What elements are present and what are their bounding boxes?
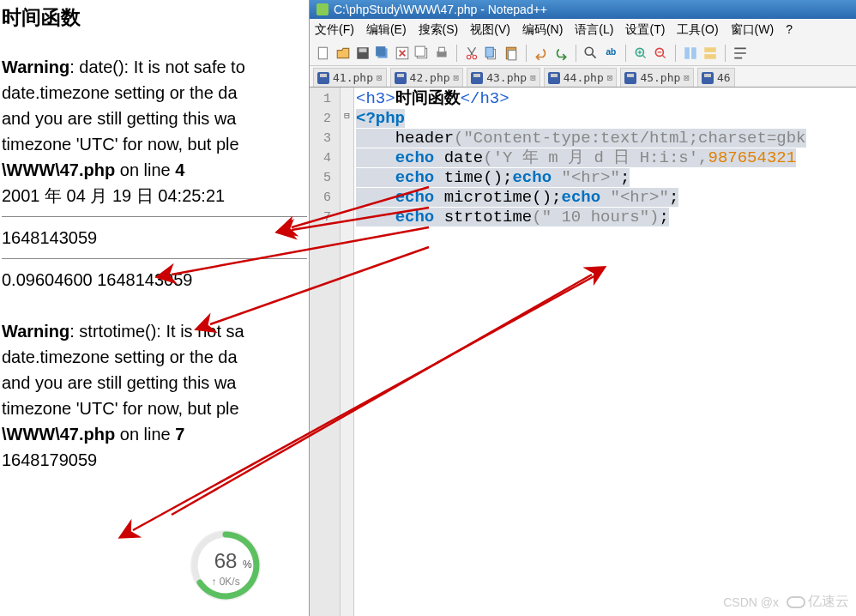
tab-41[interactable]: 41.php⊠ xyxy=(313,68,387,87)
menu-help[interactable]: ? xyxy=(786,22,793,38)
menu-settings[interactable]: 设置(T) xyxy=(625,22,665,38)
svg-text:↑ 0K/s: ↑ 0K/s xyxy=(211,576,239,588)
find-icon[interactable] xyxy=(582,45,600,62)
warning-line: timezone 'UTC' for now, but ple xyxy=(2,132,307,156)
redo-icon[interactable] xyxy=(552,45,570,62)
tab-46[interactable]: 46 xyxy=(697,68,735,87)
page-title: 时间函数 xyxy=(2,3,307,31)
svg-rect-0 xyxy=(318,47,327,59)
replace-icon[interactable]: ab xyxy=(602,45,619,62)
tab-close-icon[interactable]: ⊠ xyxy=(684,72,690,83)
svg-rect-7 xyxy=(415,46,425,56)
menu-language[interactable]: 语言(L) xyxy=(575,22,613,38)
menu-file[interactable]: 文件(F) xyxy=(315,22,354,38)
menu-search[interactable]: 搜索(S) xyxy=(419,22,459,38)
menu-window[interactable]: 窗口(W) xyxy=(731,22,775,38)
notepadpp-window: C:\phpStudy\WWW\47.php - Notepad++ 文件(F)… xyxy=(309,0,856,616)
svg-point-16 xyxy=(585,47,593,55)
speed-meter-widget: 68 % ↑ 0K/s xyxy=(178,525,273,611)
strtotime-output: 1648179059 xyxy=(2,448,307,472)
close-icon[interactable] xyxy=(394,45,411,62)
disk-icon xyxy=(317,72,329,84)
paste-icon[interactable] xyxy=(503,45,520,62)
warning-line: and you are still getting this wa xyxy=(2,106,307,130)
menu-bar: 文件(F) 编辑(E) 搜索(S) 视图(V) 编码(N) 语言(L) 设置(T… xyxy=(310,19,856,41)
line-number-gutter: 1234567 xyxy=(310,88,341,616)
menu-tools[interactable]: 工具(O) xyxy=(677,22,718,38)
sync-v-icon[interactable] xyxy=(682,45,699,62)
tab-close-icon[interactable]: ⊠ xyxy=(454,72,460,83)
window-title-bar[interactable]: C:\phpStudy\WWW\47.php - Notepad++ xyxy=(310,0,856,19)
app-icon xyxy=(316,3,329,15)
date-output: 2001 年 04 月 19 日 04:25:21 xyxy=(2,184,307,208)
warning-label: Warning xyxy=(2,322,69,341)
zoom-in-icon[interactable] xyxy=(632,45,649,62)
menu-view[interactable]: 视图(V) xyxy=(470,22,510,38)
tab-close-icon[interactable]: ⊠ xyxy=(530,72,536,83)
warning-label: Warning xyxy=(2,57,69,76)
time-output: 1648143059 xyxy=(2,226,307,250)
svg-rect-4 xyxy=(376,46,385,56)
svg-point-11 xyxy=(473,55,477,59)
svg-rect-21 xyxy=(691,47,696,59)
browser-output-pane: 时间函数 Warning: date(): It is not safe to … xyxy=(0,0,309,616)
toolbar: ab xyxy=(310,41,856,66)
menu-encoding[interactable]: 编码(N) xyxy=(522,22,563,38)
disk-icon xyxy=(702,72,714,84)
svg-rect-15 xyxy=(509,51,516,60)
cloud-icon xyxy=(787,596,805,608)
svg-text:ab: ab xyxy=(606,47,616,57)
tab-close-icon[interactable]: ⊠ xyxy=(607,72,613,83)
svg-rect-22 xyxy=(704,47,716,52)
code-content[interactable]: <h3>时间函数</h3> <?php header("Content-type… xyxy=(354,88,856,616)
disk-icon xyxy=(624,72,636,84)
close-all-icon[interactable] xyxy=(413,45,431,62)
svg-rect-2 xyxy=(359,48,367,52)
tab-42[interactable]: 42.php⊠ xyxy=(390,68,464,87)
svg-point-10 xyxy=(467,55,471,59)
tab-44[interactable]: 44.php⊠ xyxy=(544,68,618,87)
editor-area[interactable]: 1234567 ⊟ <h3>时间函数</h3> <?php header("Co… xyxy=(310,88,856,616)
file-path: \WWW\47.php xyxy=(2,425,115,444)
undo-icon[interactable] xyxy=(533,45,550,62)
svg-rect-20 xyxy=(684,47,690,59)
warning-line: date.timezone setting or the da xyxy=(2,345,307,369)
copy-icon[interactable] xyxy=(483,45,500,62)
disk-icon xyxy=(548,72,560,84)
percent-label: 68 xyxy=(214,549,238,572)
sync-h-icon[interactable] xyxy=(702,45,719,62)
warning-line: timezone 'UTC' for now, but ple xyxy=(2,396,307,420)
svg-rect-13 xyxy=(485,47,493,57)
svg-text:%: % xyxy=(243,559,252,571)
file-path: \WWW\47.php xyxy=(2,160,115,179)
print-icon[interactable] xyxy=(433,45,450,62)
cut-icon[interactable] xyxy=(463,45,480,62)
save-all-icon[interactable] xyxy=(374,45,391,62)
hr-divider xyxy=(2,216,307,217)
watermark-csdn: CSDN @x xyxy=(723,595,779,609)
wrap-icon[interactable] xyxy=(732,45,749,62)
tab-45[interactable]: 45.php⊠ xyxy=(620,68,694,87)
warning-line: and you are still getting this wa xyxy=(2,371,307,395)
microtime-output: 0.09604600 1648143059 xyxy=(2,268,307,292)
menu-edit[interactable]: 编辑(E) xyxy=(366,22,407,38)
watermark-yisuyun: 亿速云 xyxy=(787,593,849,611)
open-file-icon[interactable] xyxy=(335,45,352,62)
hr-divider xyxy=(2,258,307,259)
tab-bar: 41.php⊠ 42.php⊠ 43.php⊠ 44.php⊠ 45.php⊠ … xyxy=(310,66,856,88)
svg-rect-9 xyxy=(439,47,445,52)
window-title: C:\phpStudy\WWW\47.php - Notepad++ xyxy=(334,3,547,16)
svg-rect-23 xyxy=(704,54,716,59)
fold-column[interactable]: ⊟ xyxy=(341,88,354,616)
fold-icon[interactable]: ⊟ xyxy=(341,110,353,121)
tab-43[interactable]: 43.php⊠ xyxy=(467,68,540,87)
zoom-out-icon[interactable] xyxy=(652,45,669,62)
disk-icon xyxy=(395,72,407,84)
save-icon[interactable] xyxy=(354,45,371,62)
disk-icon xyxy=(471,72,483,84)
new-file-icon[interactable] xyxy=(315,45,332,62)
warning-line: date.timezone setting or the da xyxy=(2,81,307,105)
tab-close-icon[interactable]: ⊠ xyxy=(377,72,383,83)
